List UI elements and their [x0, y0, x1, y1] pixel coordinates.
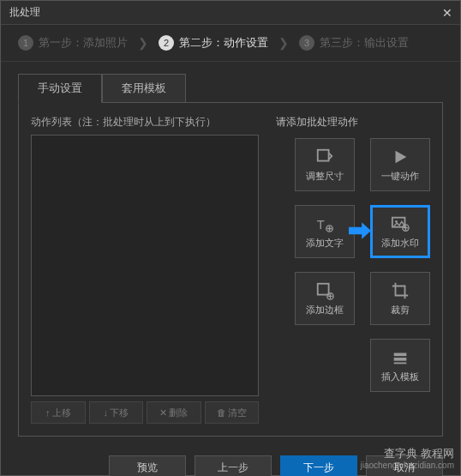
action-inserttemplate[interactable]: 插入模板 — [370, 339, 430, 392]
chevron-right-icon: ❯ — [138, 36, 148, 50]
svg-rect-8 — [394, 352, 407, 356]
svg-rect-9 — [394, 358, 407, 361]
delete-button[interactable]: ✕删除 — [147, 401, 201, 424]
step-1[interactable]: 1 第一步：添加照片 — [18, 35, 128, 51]
tab-manual[interactable]: 手动设置 — [18, 74, 102, 103]
arrow-down-icon: ↓ — [104, 407, 109, 418]
step-2[interactable]: 2 第二步：动作设置 — [159, 35, 268, 51]
prev-button[interactable]: 上一步 — [195, 455, 272, 476]
step-bar: 1 第一步：添加照片 ❯ 2 第二步：动作设置 ❯ 3 第三步：输出设置 — [1, 25, 460, 62]
resize-icon — [315, 148, 334, 166]
move-up-button[interactable]: ↑上移 — [31, 401, 86, 424]
step-1-label: 第一步：添加照片 — [39, 35, 128, 51]
trash-icon: 🗑 — [217, 407, 226, 418]
svg-rect-10 — [394, 362, 407, 364]
step-3[interactable]: 3 第三步：输出设置 — [299, 35, 409, 51]
step-2-label: 第二步：动作设置 — [179, 35, 268, 51]
svg-rect-6 — [318, 283, 329, 294]
action-resize[interactable]: 调整尺寸 — [295, 138, 355, 191]
image-icon — [391, 214, 410, 233]
play-icon — [391, 148, 410, 166]
crop-icon — [391, 281, 410, 300]
x-icon: ✕ — [159, 407, 167, 419]
action-addwatermark[interactable]: 添加水印 — [370, 205, 430, 258]
text-icon: T — [315, 214, 334, 233]
move-down-button[interactable]: ↓下移 — [89, 401, 144, 424]
action-addtext[interactable]: T 添加文字 — [295, 205, 355, 258]
window-title: 批处理 — [9, 5, 40, 20]
step-3-label: 第三步：输出设置 — [320, 35, 409, 51]
action-oneclick[interactable]: 一键动作 — [370, 138, 430, 191]
preview-button[interactable]: 预览 — [109, 455, 186, 476]
svg-text:T: T — [317, 217, 325, 231]
svg-rect-0 — [318, 149, 329, 160]
actions-label: 请添加批处理动作 — [276, 115, 430, 130]
action-list-label: 动作列表（注：批处理时从上到下执行） — [31, 115, 259, 130]
chevron-right-icon: ❯ — [278, 36, 289, 50]
arrow-up-icon: ↑ — [45, 407, 51, 418]
action-crop[interactable]: 裁剪 — [370, 272, 430, 325]
cancel-button[interactable]: 取消 — [366, 455, 443, 476]
close-button[interactable]: ✕ — [440, 5, 455, 21]
pointer-arrow-icon — [349, 221, 371, 242]
next-button[interactable]: 下一步 — [280, 455, 357, 476]
clear-button[interactable]: 🗑清空 — [205, 401, 260, 424]
action-addborder[interactable]: 添加边框 — [295, 272, 355, 325]
tab-template[interactable]: 套用模板 — [102, 74, 186, 103]
action-list[interactable] — [31, 135, 259, 396]
border-icon — [315, 281, 334, 300]
template-icon — [391, 348, 410, 367]
